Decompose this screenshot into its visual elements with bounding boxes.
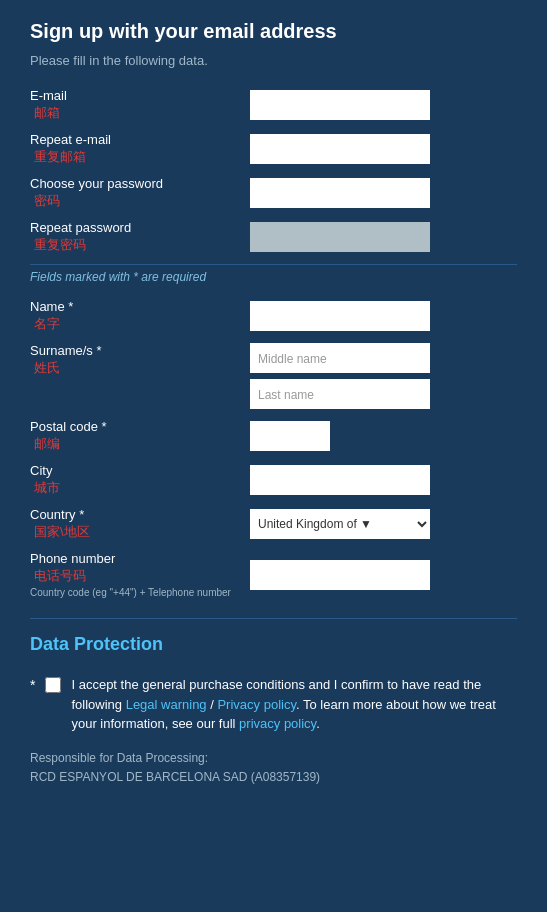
email-label-group: E-mail 邮箱 (30, 88, 250, 122)
name-row: Name * 名字 (30, 299, 517, 333)
responsible-company: RCD ESPANYOL DE BARCELONA SAD (A08357139… (30, 770, 320, 784)
repeat-password-row: Repeat password 重复密码 (30, 220, 517, 254)
surname-label-group: Surname/s * 姓氏 (30, 343, 250, 377)
terms-text: I accept the general purchase conditions… (71, 675, 517, 734)
city-input[interactable] (250, 465, 430, 495)
repeat-password-chinese-label: 重复密码 (34, 236, 86, 254)
email-chinese-label: 邮箱 (34, 104, 60, 122)
city-label-group: City 城市 (30, 463, 250, 497)
last-name-input[interactable] (250, 379, 430, 409)
password-input[interactable] (250, 178, 430, 208)
password-label: Choose your password (30, 176, 250, 191)
page-subtitle: Please fill in the following data. (30, 53, 517, 68)
repeat-email-chinese-label: 重复邮箱 (34, 148, 86, 166)
phone-chinese-label: 电话号码 (34, 567, 86, 585)
repeat-password-label-group: Repeat password 重复密码 (30, 220, 250, 254)
responsible-title: Responsible for Data Processing: (30, 751, 208, 765)
terms-separator: / (207, 697, 218, 712)
repeat-email-input[interactable] (250, 134, 430, 164)
postal-code-row: Postal code * 邮编 (30, 419, 517, 453)
middle-name-input[interactable] (250, 343, 430, 373)
data-protection-title: Data Protection (30, 634, 517, 655)
responsible-section: Responsible for Data Processing: RCD ESP… (30, 749, 517, 787)
section-divider (30, 618, 517, 619)
country-label: Country * (30, 507, 250, 522)
postal-code-label-group: Postal code * 邮编 (30, 419, 250, 453)
surname-inputs-group (250, 343, 430, 409)
privacy-policy-link2[interactable]: privacy policy (239, 716, 316, 731)
checkbox-asterisk: * (30, 677, 35, 693)
surname-chinese-label: 姓氏 (34, 359, 60, 377)
repeat-password-input[interactable] (250, 222, 430, 252)
repeat-email-row: Repeat e-mail 重复邮箱 (30, 132, 517, 166)
name-label: Name * (30, 299, 250, 314)
phone-label-group: Phone number 电话号码 Country code (eg "+44"… (30, 551, 250, 598)
email-input[interactable] (250, 90, 430, 120)
legal-warning-link[interactable]: Legal warning (126, 697, 207, 712)
postal-code-label: Postal code * (30, 419, 250, 434)
phone-row: Phone number 电话号码 Country code (eg "+44"… (30, 551, 517, 598)
surname-row: Surname/s * 姓氏 (30, 343, 517, 409)
fields-required-note: Fields marked with * are required (30, 264, 517, 284)
city-row: City 城市 (30, 463, 517, 497)
phone-sublabel: Country code (eg "+44") + Telephone numb… (30, 587, 250, 598)
postal-code-input[interactable] (250, 421, 330, 451)
surname-label: Surname/s * (30, 343, 250, 358)
country-chinese-label: 国家\地区 (34, 523, 90, 541)
repeat-email-label-group: Repeat e-mail 重复邮箱 (30, 132, 250, 166)
phone-label: Phone number (30, 551, 250, 566)
city-chinese-label: 城市 (34, 479, 60, 497)
country-select[interactable]: United Kingdom of ▼ United States Spain … (250, 509, 430, 539)
city-label: City (30, 463, 250, 478)
repeat-password-label: Repeat password (30, 220, 250, 235)
name-chinese-label: 名字 (34, 315, 60, 333)
terms-checkbox[interactable] (45, 677, 61, 693)
password-chinese-label: 密码 (34, 192, 60, 210)
privacy-policy-link[interactable]: Privacy policy (217, 697, 296, 712)
password-row: Choose your password 密码 (30, 176, 517, 210)
name-label-group: Name * 名字 (30, 299, 250, 333)
password-label-group: Choose your password 密码 (30, 176, 250, 210)
terms-checkbox-row: * I accept the general purchase conditio… (30, 675, 517, 734)
name-input[interactable] (250, 301, 430, 331)
postal-code-chinese-label: 邮编 (34, 435, 60, 453)
terms-text-end: . (316, 716, 320, 731)
email-row: E-mail 邮箱 (30, 88, 517, 122)
country-row: Country * 国家\地区 United Kingdom of ▼ Unit… (30, 507, 517, 541)
page-title: Sign up with your email address (30, 20, 517, 43)
repeat-email-label: Repeat e-mail (30, 132, 250, 147)
phone-input[interactable] (250, 560, 430, 590)
email-label: E-mail (30, 88, 250, 103)
country-label-group: Country * 国家\地区 (30, 507, 250, 541)
